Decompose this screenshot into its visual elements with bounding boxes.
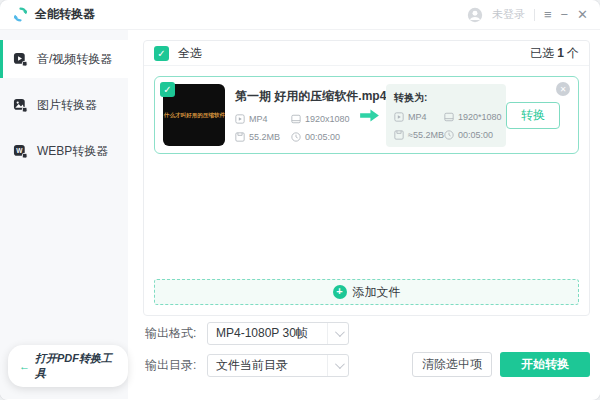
chevron-down-icon (327, 355, 348, 376)
output-directory-row: 输出目录: 文件当前目录 (145, 354, 349, 377)
file-checkbox[interactable]: ✓ (160, 82, 175, 97)
webp-icon: W (13, 144, 28, 159)
output-format-label: 输出格式: (145, 325, 207, 342)
format-icon (235, 114, 245, 124)
avatar[interactable] (467, 7, 483, 23)
video-play-icon (13, 52, 28, 67)
action-buttons: 清除选中项 开始转换 (412, 352, 590, 377)
source-duration: 00:05:00 (291, 132, 361, 142)
titlebar: 全能转换器 未登录 ≡ − ✕ (0, 0, 600, 30)
target-resolution: 1920*1080 (444, 112, 508, 122)
thumbnail-caption: 什么才叫好用的压缩软件 (163, 111, 224, 119)
size-icon (235, 132, 245, 142)
target-resolution-value: 1920*1080 (458, 112, 502, 122)
clock-icon (291, 132, 301, 142)
app-body: 音/视频转换器 图片转换器 W (0, 30, 600, 399)
convert-button[interactable]: 转换 (506, 102, 560, 129)
sidebar-item-image-converter[interactable]: 图片转换器 (0, 86, 128, 124)
output-format-value: MP4-1080P 30帧 (216, 325, 308, 342)
output-directory-label: 输出目录: (145, 357, 207, 374)
chevron-down-icon (327, 323, 348, 344)
add-file-button[interactable]: + 添加文件 (154, 279, 579, 305)
target-details: MP4 1920*1080 ≈55.2MB (394, 112, 498, 140)
sidebar: 音/视频转换器 图片转换器 W (0, 30, 128, 399)
format-icon (394, 112, 404, 122)
minimize-icon[interactable]: − (561, 8, 569, 21)
convert-arrow-icon (359, 108, 380, 123)
bottom-bar: 输出格式: MP4-1080P 30帧 输出目录: 文件当前目录 (143, 316, 590, 399)
source-file-info: 第一期 好用的压缩软件.mp4 MP4 1920x1080 (235, 88, 357, 142)
close-icon[interactable]: ✕ (577, 8, 588, 21)
select-all-checkbox[interactable]: ✓ (154, 46, 169, 61)
titlebar-controls: 未登录 ≡ − ✕ (467, 7, 588, 23)
source-format: MP4 (235, 114, 291, 124)
app-title: 全能转换器 (35, 6, 95, 23)
clock-icon (444, 130, 454, 140)
resolution-icon (444, 112, 454, 122)
sidebar-item-label: WEBP转换器 (37, 143, 108, 160)
selected-prefix: 已选 (530, 46, 554, 60)
source-size: 55.2MB (235, 132, 291, 142)
file-card: ✓ 什么才叫好用的压缩软件 第一期 好用的压缩软件.mp4 MP4 (154, 76, 579, 154)
pdf-tool-label: 打开PDF转换工具 (35, 351, 117, 381)
target-format-value: MP4 (408, 112, 427, 122)
target-size-value: ≈55.2MB (408, 130, 444, 140)
resolution-icon (291, 114, 301, 124)
add-file-label: 添加文件 (353, 284, 401, 301)
target-duration-value: 00:05:00 (458, 130, 493, 140)
target-duration: 00:05:00 (444, 130, 508, 140)
source-format-value: MP4 (249, 114, 268, 124)
source-resolution-value: 1920x1080 (305, 114, 350, 124)
output-directory-value: 文件当前目录 (216, 357, 288, 374)
select-all-label: 全选 (178, 45, 202, 62)
plus-icon: + (333, 285, 347, 299)
clear-selected-button[interactable]: 清除选中项 (412, 352, 492, 377)
sidebar-item-label: 图片转换器 (37, 97, 97, 114)
source-size-value: 55.2MB (249, 132, 280, 142)
sidebar-item-webp-converter[interactable]: W WEBP转换器 (0, 132, 128, 170)
output-settings: 输出格式: MP4-1080P 30帧 输出目录: 文件当前目录 (145, 322, 349, 377)
titlebar-divider (534, 9, 535, 21)
image-icon (13, 98, 28, 113)
output-format-row: 输出格式: MP4-1080P 30帧 (145, 322, 349, 345)
file-list-panel: ✓ 全选 已选1个 ✓ 什么才叫好用的压缩软件 第一期 好用的压缩软件.mp4 (143, 40, 590, 316)
login-status[interactable]: 未登录 (492, 7, 525, 22)
target-format: MP4 (394, 112, 444, 122)
list-header: ✓ 全选 已选1个 (144, 41, 589, 66)
svg-text:W: W (16, 147, 23, 154)
convert-to-label: 转换为: (394, 91, 498, 105)
menu-icon[interactable]: ≡ (544, 8, 552, 21)
size-icon (394, 130, 404, 140)
target-size: ≈55.2MB (394, 130, 444, 140)
source-details: MP4 1920x1080 55.2MB (235, 114, 357, 142)
selected-count: 已选1个 (530, 45, 579, 62)
selected-suffix: 个 (567, 46, 579, 60)
source-resolution: 1920x1080 (291, 114, 361, 124)
app-logo-icon (12, 6, 29, 23)
output-format-select[interactable]: MP4-1080P 30帧 (207, 322, 349, 345)
arrow-left-icon: ← (19, 360, 30, 372)
main-area: ✓ 全选 已选1个 ✓ 什么才叫好用的压缩软件 第一期 好用的压缩软件.mp4 (128, 30, 600, 399)
sidebar-item-label: 音/视频转换器 (37, 51, 112, 68)
file-name: 第一期 好用的压缩软件.mp4 (235, 88, 357, 105)
remove-file-icon[interactable]: ✕ (556, 82, 570, 96)
target-info-panel: 转换为: MP4 1920*1080 (386, 84, 506, 147)
app-window: 全能转换器 未登录 ≡ − ✕ (0, 0, 600, 400)
output-directory-select[interactable]: 文件当前目录 (207, 354, 349, 377)
open-pdf-tool-button[interactable]: ← 打开PDF转换工具 (8, 345, 128, 387)
selected-count-number: 1 (557, 46, 564, 60)
source-duration-value: 00:05:00 (305, 132, 340, 142)
sidebar-item-audio-video-converter[interactable]: 音/视频转换器 (0, 40, 128, 78)
start-convert-button[interactable]: 开始转换 (500, 352, 590, 377)
